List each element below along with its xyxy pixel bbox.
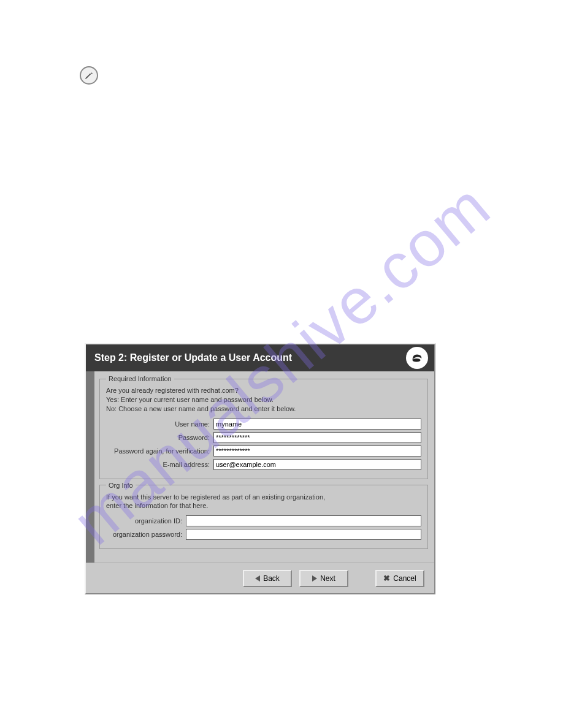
org-password-input[interactable] [186,529,421,540]
cancel-button[interactable]: ✖ Cancel [375,570,424,587]
password-verify-label: Password again, for verification: [106,447,213,455]
arrow-right-icon [312,575,317,582]
email-input[interactable] [213,459,421,470]
help-line: enter the information for that here. [106,501,421,510]
dialog-titlebar: Step 2: Register or Update a User Accoun… [86,344,434,371]
org-info-fieldset: Org Info If you want this server to be r… [99,482,428,550]
back-button-label: Back [263,574,280,583]
email-label: E-mail address: [106,461,213,468]
username-label: User name: [106,420,213,428]
org-password-label: organization password: [106,531,186,538]
help-line: Yes: Enter your current user name and pa… [106,395,421,404]
dialog-footer: Back Next ✖ Cancel [86,563,434,593]
next-button-label: Next [320,574,335,583]
back-button[interactable]: Back [243,570,292,587]
close-icon: ✖ [383,574,390,583]
help-line: If you want this server to be registered… [106,493,421,502]
help-line: No: Choose a new user name and password … [106,404,421,414]
org-id-label: organization ID: [106,517,186,525]
dialog-sidebar-stripe [86,371,94,563]
cancel-button-label: Cancel [393,574,416,583]
required-info-fieldset: Required Information Are you already reg… [99,375,428,479]
dialog-title: Step 2: Register or Update a User Accoun… [94,352,292,363]
redhat-logo-icon [406,347,428,369]
password-label: Password: [106,434,213,441]
pen-note-icon [80,66,98,85]
help-line: Are you already registered with redhat.c… [106,386,421,395]
registration-dialog: Step 2: Register or Update a User Accoun… [85,343,435,594]
org-help-text: If you want this server to be registered… [106,493,421,511]
svg-point-1 [413,358,421,362]
required-info-legend: Required Information [106,375,174,382]
arrow-left-icon [255,575,260,582]
org-id-input[interactable] [186,515,421,526]
username-input[interactable] [213,419,421,430]
password-verify-input[interactable] [213,446,421,457]
password-input[interactable] [213,432,421,443]
next-button[interactable]: Next [299,570,348,587]
required-help-text: Are you already registered with redhat.c… [106,386,421,414]
svg-point-0 [408,349,426,366]
org-info-legend: Org Info [106,482,136,489]
